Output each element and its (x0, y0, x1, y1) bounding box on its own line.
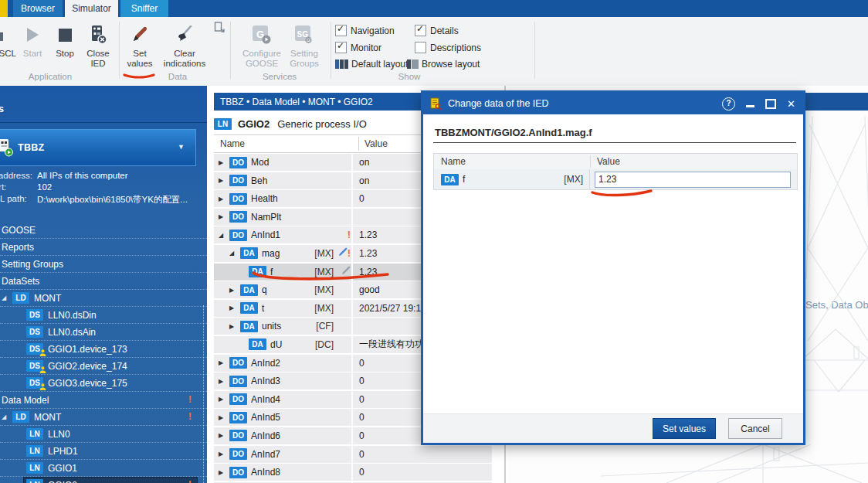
tab-sniffer[interactable]: Sniffer (120, 0, 168, 17)
sidebar-item-ggio1-device-173[interactable]: DSGGIO1.device_173 (0, 341, 207, 358)
minimize-button[interactable] (746, 100, 754, 107)
data-row-anind8[interactable]: ▶DOAnInd80 (214, 464, 492, 481)
tree-item-label: GGIO1 (48, 463, 77, 474)
expand-icon[interactable]: ▶ (219, 159, 226, 166)
row-name: units (262, 321, 281, 332)
goose-icon: G (252, 23, 272, 46)
descriptions-checkbox[interactable]: Descriptions (415, 42, 481, 53)
expand-icon[interactable]: ▶ (219, 213, 226, 220)
stop-button[interactable]: Stop (49, 23, 80, 59)
chevron-down-icon[interactable]: ▼ (178, 143, 185, 151)
start-label: Start (23, 49, 42, 59)
dialog-title-bar[interactable]: Change data of the IED ? ✕ (423, 93, 803, 114)
da-icon: DA (249, 338, 266, 350)
sidebar-item-mont[interactable]: ◢LDMONT (0, 290, 207, 307)
ld-icon: LD (12, 411, 29, 423)
expand-icon[interactable]: ▶ (219, 177, 226, 184)
app-menu-fragment[interactable] (0, 0, 8, 17)
checkbox-unchecked-icon (415, 42, 426, 53)
column-header-value[interactable]: Value (364, 138, 388, 149)
row-value: 0 (351, 446, 492, 463)
sidebar-item-lln0-dsain[interactable]: DSLLN0.dsAin (0, 324, 207, 341)
row-name: Beh (251, 175, 267, 186)
set-values-button[interactable]: Set values (122, 23, 158, 69)
sidebar-scrollbar[interactable] (203, 305, 204, 483)
help-button[interactable]: ? (722, 97, 735, 111)
do-icon: DO (229, 430, 247, 441)
expand-icon[interactable]: ▶ (219, 469, 226, 476)
group-label-services: Services (239, 72, 320, 81)
expander-icon[interactable]: ◢ (2, 413, 12, 420)
configure-goose-button[interactable]: G Configure GOOSE (239, 23, 284, 69)
value-input[interactable] (595, 172, 791, 188)
expand-icon[interactable]: ▶ (229, 304, 237, 311)
functional-constraint: [MX] (314, 303, 334, 314)
tree-item-label: GGIO2 (48, 480, 77, 483)
tree-item-label: MONT (34, 293, 61, 304)
dialog-column-value: Value (597, 156, 620, 167)
tab-browser[interactable]: Browser (13, 0, 63, 17)
change-data-dialog: Change data of the IED ? ✕ TBBZMONT/GGIO… (421, 90, 805, 445)
functional-constraint: [MX] (564, 174, 583, 185)
set-values-dialog-button[interactable]: Set values (653, 418, 716, 439)
expand-icon[interactable]: ▶ (219, 414, 226, 421)
attribute-name: f (463, 174, 465, 185)
default-layout-button[interactable]: Default layout (335, 59, 408, 70)
expand-icon[interactable]: ▶ (219, 396, 226, 403)
close-ied-button[interactable]: Close IED (81, 23, 115, 69)
sidebar-item-lln0-dsdin[interactable]: DSLLN0.dsDin (0, 307, 207, 324)
setting-groups-button[interactable]: SG⚙ Setting Groups (284, 23, 324, 69)
data-group-launcher-icon[interactable] (214, 22, 225, 36)
sidebar-item-reports[interactable]: Reports (0, 239, 207, 256)
sidebar-item-datasets[interactable]: DataSets (0, 273, 207, 290)
row-name: AnInd3 (251, 376, 280, 386)
open-scl-button[interactable]: Open SCL (0, 23, 17, 59)
sidebar-item-setting-groups[interactable]: Setting Groups (0, 256, 207, 273)
data-row-anind7[interactable]: ▶DOAnInd70 (214, 446, 492, 463)
pencil-icon (131, 23, 149, 46)
alert-icon: ! (188, 478, 192, 483)
expand-icon[interactable]: ▶ (219, 196, 226, 202)
dialog-table-header: Name Value (433, 153, 798, 170)
sidebar-item-mont[interactable]: ◢LDMONT! (0, 409, 207, 426)
sidebar-item-lphd1[interactable]: LNLPHD1 (0, 443, 207, 460)
dialog-data-row[interactable]: DA f [MX] (433, 169, 798, 190)
sidebar: IEDs TBBZ ▼ IP address:All IPs of this c… (0, 86, 207, 483)
tab-simulator[interactable]: Simulator (65, 0, 118, 17)
expand-icon[interactable]: ▶ (219, 378, 226, 385)
node-name: GGIO2 (238, 118, 270, 130)
sidebar-item-ggio2-device-174[interactable]: DSGGIO2.device_174 (0, 358, 207, 375)
expand-icon[interactable]: ▶ (219, 451, 226, 457)
sidebar-item-ggio1[interactable]: LNGGIO1 (0, 460, 207, 477)
collapse-icon[interactable]: ◢ (229, 250, 237, 257)
cancel-button[interactable]: Cancel (728, 418, 782, 439)
monitor-checkbox[interactable]: Monitor (335, 42, 381, 53)
ied-selector[interactable]: TBBZ ▼ (0, 129, 196, 166)
tree-item-label: LLN0.dsDin (48, 310, 97, 321)
row-name: AnInd1 (251, 230, 280, 240)
sidebar-item-data-model[interactable]: Data Model! (0, 392, 207, 409)
clear-indications-button[interactable]: Clear indications (159, 23, 210, 69)
navigation-checkbox[interactable]: Navigation (335, 25, 395, 36)
scl-path-value: D:\work\pbox\bin\61850\带YK的配置... (37, 194, 188, 206)
group-label-show: Show (363, 72, 456, 81)
browse-layout-button[interactable]: Browse layout (407, 59, 480, 70)
sidebar-item-ggio2[interactable]: LNGGIO2! (0, 477, 207, 483)
expand-icon[interactable]: ▶ (219, 432, 226, 439)
scl-path-label: SCL path: (0, 194, 27, 203)
start-button[interactable]: Start (17, 23, 48, 59)
details-checkbox[interactable]: Details (415, 25, 459, 36)
expand-icon[interactable]: ▶ (219, 359, 226, 366)
expand-icon[interactable]: ▶ (229, 323, 237, 330)
sidebar-item-ggio3-device-175[interactable]: DSGGIO3.device_175 (0, 375, 207, 392)
expander-icon[interactable]: ◢ (2, 294, 12, 301)
user-badge-icon (39, 366, 46, 373)
sidebar-item-lln0[interactable]: LNLLN0 (0, 426, 207, 443)
column-header-name[interactable]: Name (220, 138, 245, 149)
expand-icon[interactable]: ▶ (229, 287, 237, 294)
close-icon[interactable]: ✕ (787, 98, 795, 110)
collapse-icon[interactable]: ◢ (219, 232, 226, 239)
tree-item-label: GOOSE (2, 225, 36, 236)
sidebar-item-goose[interactable]: GOOSE (0, 222, 207, 239)
maximize-button[interactable] (765, 99, 776, 109)
